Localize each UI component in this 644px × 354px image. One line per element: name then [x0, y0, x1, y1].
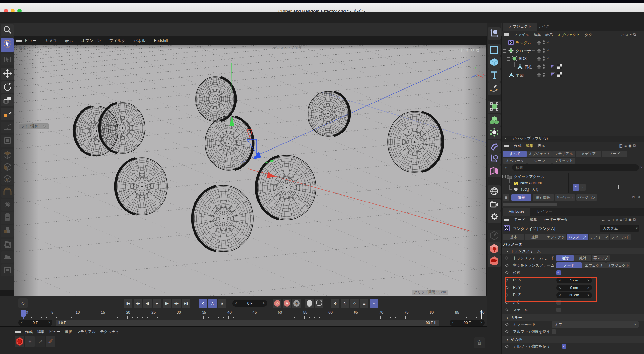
range-start-field[interactable]: <0 F>	[18, 320, 52, 326]
key-pos-toggle[interactable]: ✥	[331, 299, 339, 308]
section-header[interactable]: その他	[502, 336, 644, 343]
close-icon[interactable]: ×	[504, 136, 507, 140]
asset-bottom-tab[interactable]: 情報	[511, 194, 531, 201]
menu-item[interactable]: フィルタ	[109, 38, 125, 43]
segment-option[interactable]: エフェクタ	[582, 262, 606, 268]
bridge-tool-icon[interactable]	[1, 186, 14, 198]
menu-item[interactable]: ビュー	[25, 38, 37, 43]
segment-option[interactable]: 再マップ	[592, 255, 610, 261]
grid-view-button[interactable]: ⠿	[579, 184, 586, 191]
attribute-category-tab[interactable]: 座標	[525, 234, 545, 240]
keyframe-selection-button[interactable]: ✂	[370, 299, 378, 308]
asset-filter-tab[interactable]: オブジェクト	[527, 151, 552, 157]
magnet-tool-icon[interactable]	[1, 199, 14, 211]
cube-tool-2[interactable]	[1, 161, 14, 173]
menu-item[interactable]: カメラ	[45, 38, 57, 43]
asset-filter-tab[interactable]: プリセット	[552, 158, 575, 164]
eyedropper-button[interactable]: 🖉	[46, 336, 55, 347]
object-tree-row[interactable]: 平面	[502, 71, 644, 79]
material-dim-icon[interactable]	[488, 230, 501, 242]
menu-item[interactable]: 編集	[37, 330, 44, 334]
add-material-button[interactable]: +	[25, 336, 35, 347]
mat-menu-icon[interactable]	[15, 330, 21, 333]
boxes-tool-icon[interactable]	[1, 239, 14, 250]
menu-item[interactable]: Redshift	[154, 38, 168, 43]
viewport-3d[interactable]	[14, 45, 486, 296]
prev-key-button[interactable]: ◀◆	[134, 299, 142, 308]
preset-dropdown[interactable]: カスタム∨	[600, 225, 639, 232]
key-rotation-button[interactable]	[315, 299, 323, 308]
light-icon[interactable]	[488, 211, 501, 223]
find-tool-icon[interactable]	[1, 24, 14, 36]
asset-bottom-tab[interactable]: 依存関係	[533, 194, 554, 201]
playhead[interactable]	[21, 310, 26, 317]
chevron-down-icon[interactable]: ∨	[640, 165, 643, 169]
segment-option[interactable]: ノード	[556, 262, 582, 268]
attribute-category-tab[interactable]: フィールド	[610, 234, 631, 240]
key-position-button[interactable]	[305, 299, 314, 308]
spline-tool-icon[interactable]	[1, 122, 14, 133]
ab-icons[interactable]: ◫≡◉⧉	[619, 143, 638, 148]
next-frame-button[interactable]: ▮▶	[163, 299, 171, 308]
mask-tool-icon[interactable]	[1, 212, 14, 224]
material-arrow-button[interactable]: ↗	[35, 336, 45, 347]
keyframe-diamond-icon[interactable]	[505, 308, 508, 311]
keyframe-diamond-icon[interactable]	[505, 330, 508, 333]
menu-item[interactable]: 表示	[545, 33, 553, 37]
segment-option[interactable]: 絶対	[574, 255, 591, 261]
checkbox[interactable]	[562, 344, 566, 349]
trash-icon[interactable]: 🗑	[474, 337, 485, 348]
viewport-nav-icons[interactable]: ✛⇕↻⧉	[460, 48, 481, 53]
range-end-field[interactable]: <90 F>	[450, 320, 485, 326]
redshift-camera-icon[interactable]	[488, 255, 501, 267]
menu-item[interactable]: オプション	[81, 38, 101, 43]
object-tree-row[interactable]: ランダム✓	[502, 39, 644, 47]
spline-pen-icon[interactable]	[488, 27, 501, 40]
menu-item[interactable]: タグ	[585, 33, 592, 37]
om-icons[interactable]: ⌕⌂≡⧉	[621, 32, 638, 37]
redshift-light-icon[interactable]	[488, 242, 501, 255]
section-header[interactable]: トランスフォーム	[502, 248, 644, 254]
goto-start-button[interactable]: ▮◀	[124, 299, 132, 308]
attribute-category-tab[interactable]: デフォーマ	[589, 234, 609, 240]
tab-takes[interactable]: テイク	[532, 23, 555, 31]
menu-item[interactable]: オブジェクト	[557, 33, 580, 37]
object-tree-row[interactable]: 円柱	[502, 63, 644, 71]
asset-bottom-tab[interactable]: キーワード	[555, 194, 575, 201]
asset-filter-tab[interactable]: マテリアル	[552, 151, 575, 157]
cube-tool-1[interactable]	[1, 149, 14, 161]
search-input[interactable]: 検索	[512, 164, 639, 171]
prev-frame-button[interactable]: ◀▮	[143, 299, 152, 308]
text-object-icon[interactable]	[488, 69, 501, 82]
goto-end-button[interactable]: ▶▮	[182, 299, 190, 308]
menu-item[interactable]: 選択	[65, 330, 72, 334]
asset-filter-tab[interactable]: シーン	[527, 158, 552, 164]
sound-button[interactable]: 🕪	[218, 299, 226, 308]
effector-gear-icon[interactable]	[488, 126, 501, 139]
camera-icon[interactable]	[488, 199, 501, 211]
menu-item[interactable]: マテリアル	[77, 330, 96, 334]
key-pla-toggle[interactable]: ☰	[360, 299, 368, 308]
segment-option[interactable]: オブジェクト	[606, 262, 630, 268]
rotate-tool-icon[interactable]	[1, 81, 14, 93]
section-header[interactable]: カラー	[502, 314, 644, 321]
pen-tool-icon[interactable]	[1, 108, 14, 120]
keyframe-settings-button[interactable]: ⚙	[292, 299, 301, 308]
viewport-menu-icon[interactable]	[16, 39, 22, 42]
checkbox[interactable]	[552, 329, 556, 334]
menu-item[interactable]: パネル	[134, 38, 146, 43]
array-generator-icon[interactable]	[488, 114, 501, 126]
bend-deformer-icon[interactable]	[488, 140, 501, 152]
sculpt-pen-icon[interactable]	[488, 82, 501, 95]
autokey-range-button[interactable]: A	[208, 299, 217, 308]
attribute-category-tab[interactable]: パラメータ	[567, 234, 588, 240]
move-tool-icon[interactable]	[1, 68, 14, 80]
menu-item[interactable]: テクスチャ	[100, 330, 119, 334]
record-keyframe-button[interactable]: ◇	[273, 299, 281, 308]
plane-tool-icon[interactable]	[1, 251, 14, 263]
menu-item[interactable]: ファイル	[514, 33, 529, 37]
cube-primitive-icon[interactable]	[488, 56, 501, 69]
keyframe-diamond-icon[interactable]	[505, 263, 508, 267]
current-frame-field[interactable]: <0 F>	[232, 300, 267, 307]
keyframe-diamond-icon[interactable]	[505, 344, 508, 348]
